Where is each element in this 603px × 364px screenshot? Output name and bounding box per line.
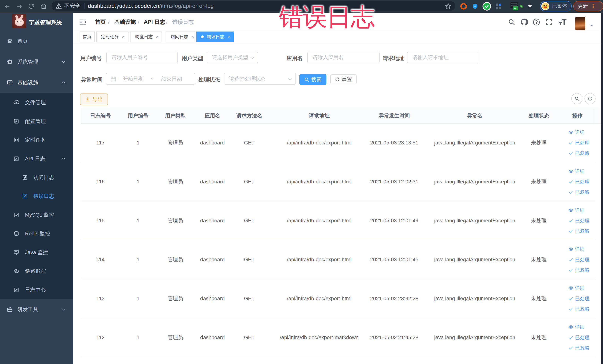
- svg-text:on: on: [514, 7, 517, 10]
